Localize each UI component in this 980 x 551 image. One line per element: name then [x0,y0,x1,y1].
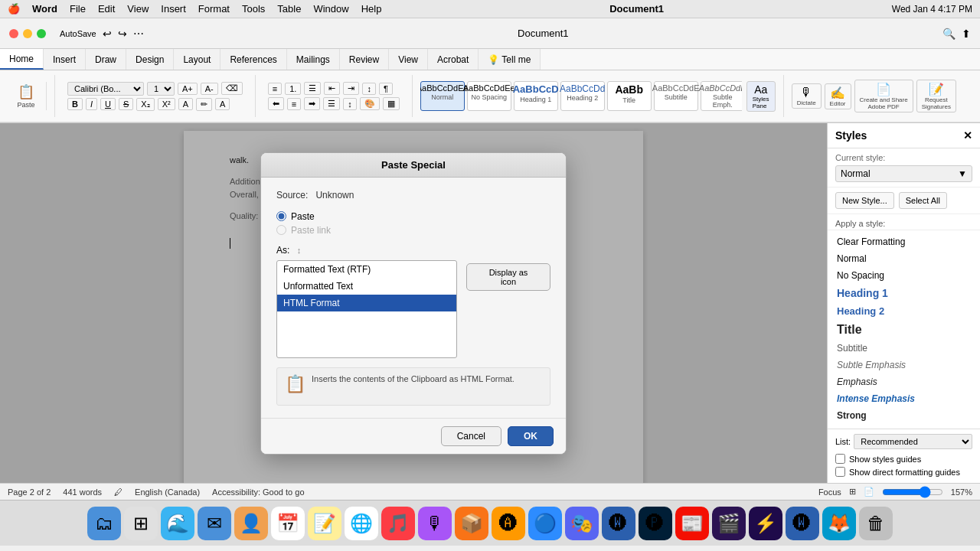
styles-pane-button[interactable]: Aa StylesPane [746,81,776,112]
style-item-no-spacing[interactable]: No Spacing [828,267,980,284]
show-direct-formatting-checkbox[interactable] [835,467,845,477]
show-direct-formatting-row[interactable]: Show direct formatting guides [835,465,972,478]
zoom-slider[interactable] [882,486,943,498]
layout-view-icon[interactable]: ⊞ [849,487,856,497]
style-no-spacing[interactable]: AaBbCcDdEe No Spacing [467,81,511,111]
paste-radio-label[interactable]: Paste [276,211,550,222]
listbox-item-unformatted[interactable]: Unformatted Text [277,278,456,295]
shrink-font-button[interactable]: A- [201,83,218,95]
dock-photoshop[interactable]: 🅟 [639,507,672,540]
dock-illustrator[interactable]: 🅐 [492,507,525,540]
tools-menu[interactable]: Tools [242,3,265,15]
close-icon[interactable]: ✕ [963,129,972,142]
maximize-button[interactable] [37,29,46,38]
font-name-select[interactable]: Calibri (Bo... [67,82,144,96]
create-share-adobe-button[interactable]: 📄 Create and ShareAdobe PDF [854,80,913,112]
read-view-icon[interactable]: 📄 [864,487,874,497]
language[interactable]: English (Canada) [135,487,200,497]
style-title[interactable]: AaBb Title [607,81,652,111]
focus-button[interactable]: Focus [818,487,841,497]
file-menu[interactable]: File [70,3,86,15]
list-select[interactable]: Recommended [854,434,972,449]
dock-premiere[interactable]: 🎬 [712,507,746,540]
redo-icon[interactable]: ↪ [118,28,127,40]
style-subtitle[interactable]: AaBbCcDdE Subtitle [654,81,698,111]
dictate-button[interactable]: 🎙 Dictate [792,83,822,109]
style-item-heading2[interactable]: Heading 2 [828,302,980,320]
font-size-select[interactable]: 12 [147,82,175,96]
dock-after-effects[interactable]: ⚡ [749,507,782,540]
dock-music[interactable]: 🎵 [381,507,415,540]
superscript-button[interactable]: X² [158,98,175,110]
style-item-clear-formatting[interactable]: Clear Formatting [828,233,980,250]
tab-acrobat[interactable]: Acrobat [428,49,479,70]
ok-button[interactable]: OK [508,426,554,446]
tab-review[interactable]: Review [340,49,389,70]
format-menu[interactable]: Format [198,3,230,15]
style-item-heading1[interactable]: Heading 1 [828,284,980,302]
dock-acrobat[interactable]: 📰 [675,507,709,540]
select-all-button[interactable]: Select All [899,192,947,209]
table-menu[interactable]: Table [277,3,301,15]
grow-font-button[interactable]: A+ [178,83,198,95]
style-item-normal[interactable]: Normal [828,250,980,267]
more-icon[interactable]: ⋯ [133,28,144,40]
view-menu[interactable]: View [127,3,149,15]
style-normal[interactable]: AaBbCcDdEe Normal [420,81,465,111]
help-menu[interactable]: Help [361,3,382,15]
text-effects-button[interactable]: A [178,98,193,110]
window-controls[interactable] [9,29,46,38]
autosave-toggle[interactable]: AutoSave [60,29,96,38]
dock-launchpad[interactable]: ⊞ [124,507,158,540]
show-styles-guides-checkbox[interactable] [835,454,845,464]
tab-design[interactable]: Design [126,49,174,70]
line-spacing-button[interactable]: ↕ [343,98,357,110]
app-menu[interactable]: Word [32,3,57,15]
style-item-emphasis[interactable]: Emphasis [828,373,980,390]
clear-format-button[interactable]: ⌫ [221,82,243,95]
cancel-button[interactable]: Cancel [441,426,501,446]
paste-radio[interactable] [276,211,286,221]
shading-button[interactable]: 🎨 [360,97,380,110]
multilevel-button[interactable]: ☰ [304,82,321,95]
paste-button[interactable]: 📋 Paste [12,82,40,110]
dock-contacts[interactable]: 👤 [234,507,268,540]
style-item-title[interactable]: Title [828,320,980,340]
window-menu[interactable]: Window [313,3,348,15]
dock-chrome[interactable]: 🌐 [345,507,378,540]
dock-word2[interactable]: 🅦 [786,507,819,540]
edit-menu[interactable]: Edit [98,3,115,15]
listbox-item-rtf[interactable]: Formatted Text (RTF) [277,261,456,278]
format-listbox[interactable]: Formatted Text (RTF) Unformatted Text HT… [276,260,457,358]
bullet-list-button[interactable]: ≡ [268,83,282,95]
strikethrough-button[interactable]: S [119,98,133,110]
new-style-button[interactable]: New Style... [835,192,894,209]
font-color-button[interactable]: A [215,98,230,110]
dock-calendar[interactable]: 📅 [271,507,305,540]
bold-button[interactable]: B [67,98,83,110]
tab-home[interactable]: Home [0,49,44,70]
dock-finder[interactable]: 🗂 [87,507,121,540]
style-subtle-emph[interactable]: AaBbCcDdE Subtle Emph. [701,81,742,111]
align-center-button[interactable]: ≡ [287,98,301,110]
align-right-button[interactable]: ➡ [304,97,320,110]
paste-link-radio-label[interactable]: Paste link [276,225,550,236]
decrease-indent-button[interactable]: ⇤ [324,82,340,95]
apple-menu[interactable]: 🍎 [8,3,20,15]
dock-podcast[interactable]: 🎙 [418,507,452,540]
dock-discord[interactable]: 🎭 [565,507,599,540]
highlight-button[interactable]: ✏ [196,98,212,111]
search-icon[interactable]: 🔍 [942,28,956,40]
show-styles-guides-row[interactable]: Show styles guides [835,452,972,465]
align-left-button[interactable]: ⬅ [268,97,284,110]
style-item-strong[interactable]: Strong [828,407,980,424]
request-signatures-button[interactable]: 📝 RequestSignatures [916,80,956,112]
dock-apps[interactable]: 📦 [455,507,488,540]
undo-icon[interactable]: ↩ [103,28,112,40]
tab-view[interactable]: View [389,49,428,70]
italic-button[interactable]: I [86,98,97,110]
underline-button[interactable]: U [100,98,116,110]
display-as-icon-button[interactable]: Display as icon [466,263,550,291]
style-heading1[interactable]: AaBbCcD Heading 1 [514,81,558,111]
tab-references[interactable]: References [220,49,286,70]
